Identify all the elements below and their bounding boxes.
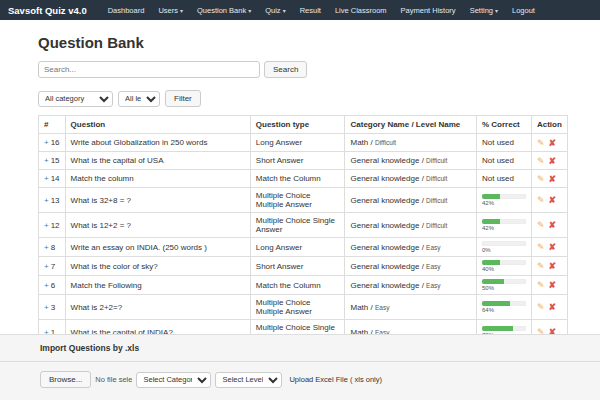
question-text: Write an essay on INDIA. (250 words ): [65, 238, 250, 257]
category-level: General knowledge / Easy: [345, 257, 476, 276]
nav-item-question-bank[interactable]: Question Bank▾: [197, 6, 251, 15]
expand-row-icon[interactable]: +: [44, 303, 49, 312]
question-text: What is 32+8 = ?: [65, 188, 250, 213]
table-header-row: # Question Question type Category Name /…: [39, 116, 568, 134]
expand-row-icon[interactable]: +: [44, 156, 49, 165]
percent-label: 0%: [482, 247, 526, 253]
caret-down-icon: ▾: [248, 7, 251, 14]
question-id: 13: [51, 196, 60, 205]
progress-bar: [482, 194, 526, 199]
progress-bar: [482, 326, 526, 331]
table-row: +13 What is 32+8 = ? Multiple Choice Mul…: [39, 188, 568, 213]
search-bar: Search: [38, 61, 568, 78]
import-level-select[interactable]: Select Level: [215, 372, 282, 388]
category-level: General knowledge / Difficult: [345, 213, 476, 238]
delete-icon[interactable]: ✘: [549, 261, 557, 271]
category-level: General knowledge / Difficult: [345, 152, 476, 170]
edit-icon[interactable]: ✎: [537, 156, 545, 166]
category-level: Math / Difficult: [345, 134, 476, 152]
search-button[interactable]: Search: [264, 61, 307, 78]
percent-correct: Not used: [476, 170, 531, 188]
question-id: 16: [51, 138, 60, 147]
percent-label: 42%: [482, 225, 526, 231]
browse-file-button[interactable]: Browse...: [40, 371, 91, 388]
edit-icon[interactable]: ✎: [537, 138, 545, 148]
question-text: What is the color of sky?: [65, 257, 250, 276]
caret-down-icon: ▾: [495, 7, 498, 14]
percent-correct: 50%: [476, 276, 531, 295]
nav-item-users[interactable]: Users▾: [158, 6, 183, 15]
header-category-level: Category Name / Level Name: [345, 116, 476, 134]
delete-icon[interactable]: ✘: [549, 280, 557, 290]
edit-icon[interactable]: ✎: [537, 174, 545, 184]
filter-button[interactable]: Filter: [165, 90, 201, 107]
delete-icon[interactable]: ✘: [549, 195, 557, 205]
page-title: Question Bank: [38, 34, 568, 51]
delete-icon[interactable]: ✘: [549, 138, 557, 148]
expand-row-icon[interactable]: +: [44, 281, 49, 290]
nav-item-setting[interactable]: Setting▾: [470, 6, 498, 15]
question-text: Write about Globalization in 250 words: [65, 134, 250, 152]
table-row: +14 Match the column Match the Column Ge…: [39, 170, 568, 188]
import-panel: Import Questions by .xls Browse... No fi…: [0, 334, 600, 400]
edit-icon[interactable]: ✎: [537, 261, 545, 271]
percent-label: 42%: [482, 200, 526, 206]
category-level: General knowledge / Difficult: [345, 188, 476, 213]
percent-label: 50%: [482, 285, 526, 291]
question-id: 12: [51, 221, 60, 230]
category-level: Math / Easy: [345, 295, 476, 320]
edit-icon[interactable]: ✎: [537, 280, 545, 290]
nav-item-logout[interactable]: Logout: [512, 6, 535, 15]
question-type: Match the Column: [250, 170, 345, 188]
category-level: General knowledge / Easy: [345, 238, 476, 257]
percent-label: 64%: [482, 307, 526, 313]
question-table: # Question Question type Category Name /…: [38, 115, 568, 345]
table-row: +16 Write about Globalization in 250 wor…: [39, 134, 568, 152]
top-navbar: Savsoft Quiz v4.0 Dashboard Users▾ Quest…: [0, 0, 600, 20]
upload-note-text: Upload Excel File ( xls only): [289, 375, 382, 384]
edit-icon[interactable]: ✎: [537, 220, 545, 230]
question-text: Match the Following: [65, 276, 250, 295]
question-id: 7: [51, 262, 55, 271]
brand-logo[interactable]: Savsoft Quiz v4.0: [8, 5, 87, 16]
expand-row-icon[interactable]: +: [44, 243, 49, 252]
percent-correct: 42%: [476, 213, 531, 238]
expand-row-icon[interactable]: +: [44, 138, 49, 147]
import-panel-body: Browse... No file sele Select Category S…: [0, 362, 600, 400]
nav-item-result[interactable]: Result: [300, 6, 321, 15]
table-row: +8 Write an essay on INDIA. (250 words )…: [39, 238, 568, 257]
percent-correct: 42%: [476, 188, 531, 213]
question-text: What is the capital of USA: [65, 152, 250, 170]
import-category-select[interactable]: Select Category: [136, 372, 211, 388]
expand-row-icon[interactable]: +: [44, 221, 49, 230]
edit-icon[interactable]: ✎: [537, 302, 545, 312]
delete-icon[interactable]: ✘: [549, 242, 557, 252]
category-level: General knowledge / Difficult: [345, 170, 476, 188]
edit-icon[interactable]: ✎: [537, 195, 545, 205]
nav-item-payment-history[interactable]: Payment History: [401, 6, 456, 15]
delete-icon[interactable]: ✘: [549, 302, 557, 312]
expand-row-icon[interactable]: +: [44, 196, 49, 205]
delete-icon[interactable]: ✘: [549, 156, 557, 166]
expand-row-icon[interactable]: +: [44, 174, 49, 183]
category-filter-select[interactable]: All category: [38, 91, 113, 107]
nav-item-live-classroom[interactable]: Live Classroom: [335, 6, 387, 15]
nav-item-dashboard[interactable]: Dashboard: [108, 6, 145, 15]
delete-icon[interactable]: ✘: [549, 220, 557, 230]
delete-icon[interactable]: ✘: [549, 174, 557, 184]
table-row: +3 What is 2+2=? Multiple Choice Multipl…: [39, 295, 568, 320]
edit-icon[interactable]: ✎: [537, 242, 545, 252]
level-filter-select[interactable]: All level: [118, 91, 160, 107]
expand-row-icon[interactable]: +: [44, 262, 49, 271]
question-text: What is 2+2=?: [65, 295, 250, 320]
percent-correct: 64%: [476, 295, 531, 320]
progress-bar: [482, 260, 526, 265]
main-content: Question Bank Search All category All le…: [0, 20, 600, 372]
question-id: 14: [51, 174, 60, 183]
nav-item-quiz[interactable]: Quiz▾: [265, 6, 285, 15]
search-input[interactable]: [38, 61, 260, 78]
percent-correct: 40%: [476, 257, 531, 276]
percent-correct: 0%: [476, 238, 531, 257]
question-type: Multiple Choice Multiple Answer: [250, 295, 345, 320]
table-row: +6 Match the Following Match the Column …: [39, 276, 568, 295]
